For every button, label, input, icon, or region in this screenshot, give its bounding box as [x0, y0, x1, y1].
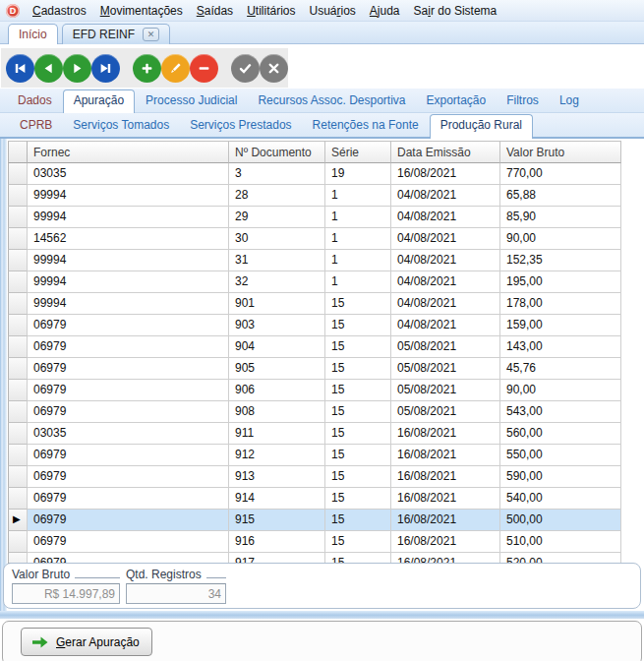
table-row[interactable]: 069799141516/08/2021540,00 [8, 488, 621, 510]
nav-first-button[interactable] [6, 54, 34, 83]
cell: 28 [229, 185, 325, 207]
qtd-registros-group: Qtd. Registros [126, 568, 226, 604]
subtab-servicos-tomados[interactable]: Serviços Tomados [63, 115, 179, 137]
table-row[interactable]: 069799041505/08/2021143,00 [8, 336, 621, 358]
cell: 540,00 [500, 488, 621, 510]
toolbar [0, 44, 644, 89]
tab-efd-reinf[interactable]: EFD REINF ✕ [62, 24, 170, 44]
cell: 913 [229, 466, 325, 488]
subtab-servicos-prestados[interactable]: Serviços Prestados [180, 115, 301, 137]
add-record-button[interactable] [133, 54, 161, 83]
column-header[interactable]: Valor Bruto [500, 141, 621, 163]
tab-label: Serviços Prestados [190, 118, 291, 132]
valor-bruto-field[interactable] [12, 583, 120, 604]
cell: 03035 [28, 163, 229, 185]
cell: 15 [325, 336, 391, 358]
table-row[interactable]: 9999432104/08/2021195,00 [8, 271, 621, 293]
table-row[interactable]: 069799161516/08/2021510,00 [8, 531, 621, 553]
menu-items: CadastrosMovimentaçõesSaídasUtilitáriosU… [26, 1, 503, 21]
confirm-button[interactable] [231, 54, 260, 83]
table-row[interactable]: 0303531916/08/2021770,00 [8, 163, 621, 185]
menu-item-sair-do-sistema[interactable]: Sair do Sistema [407, 1, 504, 21]
menu-item-cadastros[interactable]: Cadastros [26, 1, 93, 21]
column-header[interactable]: Fornec [28, 141, 229, 163]
x-icon [266, 61, 281, 76]
subtab-producao-rural[interactable]: Produção Rural [430, 114, 533, 139]
menu-item-movimentacoes[interactable]: Movimentações [93, 1, 190, 21]
table-row[interactable]: 069799051505/08/202145,76 [8, 358, 621, 380]
nav-next-icon [70, 61, 85, 76]
tab-efd-reinf-label: EFD REINF [73, 28, 135, 41]
cell: 143,00 [500, 336, 621, 358]
table-header-row: FornecNº DocumentoSérieData EmissãoValor… [8, 141, 621, 163]
tab-exportacao[interactable]: Exportação [417, 90, 497, 112]
tab-inicio[interactable]: Início [8, 24, 58, 44]
cell: 15 [325, 510, 391, 531]
qtd-registros-field[interactable] [126, 583, 226, 604]
row-indicator [8, 293, 28, 315]
selected-row-arrow-icon: ▶ [13, 512, 21, 526]
subtab-cprb[interactable]: CPRB [10, 115, 62, 137]
cell: 05/08/2021 [391, 401, 500, 423]
menu-item-saidas[interactable]: Saídas [190, 1, 240, 21]
nav-prev-button[interactable] [34, 54, 63, 83]
cell: 911 [229, 423, 325, 445]
green-arrow-icon [31, 635, 49, 649]
cell: 16/08/2021 [391, 466, 500, 488]
cell: 905 [229, 358, 325, 380]
tab-processo-judicial[interactable]: Processo Judicial [136, 90, 247, 112]
edit-record-button[interactable] [161, 54, 190, 83]
app-icon[interactable]: D [6, 4, 20, 18]
table-row[interactable]: 9999431104/08/2021152,35 [8, 250, 621, 271]
nav-last-button[interactable] [91, 54, 120, 83]
table-row[interactable]: 9999428104/08/202165,88 [8, 185, 621, 207]
table-row[interactable]: 9999429104/08/202185,90 [8, 207, 621, 228]
column-header[interactable]: Série [325, 141, 391, 163]
gerar-apuracao-label: Gerar Apuração [56, 635, 140, 649]
tab-label: Apuração [74, 93, 124, 107]
cell: 06979 [28, 531, 229, 553]
cell: 3 [229, 163, 325, 185]
cell: 30 [229, 228, 325, 250]
subtab-retencoes-na-fonte[interactable]: Retenções na Fonte [303, 115, 429, 137]
tab-filtros[interactable]: Filtros [497, 90, 549, 112]
menu-item-utilitarios[interactable]: Utilitários [240, 1, 302, 21]
column-header[interactable]: Nº Documento [229, 141, 325, 163]
close-tab-icon[interactable]: ✕ [143, 28, 159, 41]
cell: 05/08/2021 [391, 380, 500, 401]
delete-record-button[interactable] [190, 54, 218, 83]
table-row[interactable]: 069799081505/08/2021543,00 [8, 401, 621, 423]
nav-next-button[interactable] [63, 54, 91, 83]
cell: 590,00 [500, 466, 621, 488]
menu-item-ajuda[interactable]: Ajuda [363, 1, 407, 21]
table-row[interactable]: 069799061505/08/202190,00 [8, 380, 621, 401]
cell: 916 [229, 531, 325, 553]
row-indicator [8, 401, 28, 423]
tab-log[interactable]: Log [550, 90, 589, 112]
tab-dados[interactable]: Dados [8, 90, 62, 112]
table-row[interactable]: 030359111516/08/2021560,00 [8, 423, 621, 445]
cell: 1 [325, 185, 391, 207]
sub-tabs: CPRBServiços TomadosServiços PrestadosRe… [0, 113, 644, 139]
table-body: 0303531916/08/2021770,009999428104/08/20… [8, 163, 621, 564]
menu-item-usuarios[interactable]: Usuários [302, 1, 362, 21]
row-indicator [8, 423, 28, 445]
tab-recursos-assoc-desportiva[interactable]: Recursos Assoc. Desportiva [248, 90, 415, 112]
table-row[interactable]: 999949011504/08/2021178,00 [8, 293, 621, 315]
cell: 65,88 [500, 185, 621, 207]
tab-apuracao[interactable]: Apuração [63, 90, 135, 113]
column-header[interactable]: Data Emissão [391, 141, 500, 163]
table-row[interactable]: 069799131516/08/2021590,00 [8, 466, 621, 488]
cancel-button[interactable] [260, 54, 288, 83]
table-row[interactable]: 069799031504/08/2021159,00 [8, 315, 621, 336]
cell: 99994 [28, 185, 229, 207]
valor-bruto-group: Valor Bruto [12, 568, 120, 604]
table-row[interactable]: ▶069799151516/08/2021500,00 [8, 510, 621, 531]
gerar-apuracao-button[interactable]: Gerar Apuração [21, 628, 152, 656]
cell: 04/08/2021 [391, 315, 500, 336]
cell: 15 [325, 401, 391, 423]
cell: 16/08/2021 [391, 445, 500, 466]
table-row[interactable]: 1456230104/08/202190,00 [8, 228, 621, 250]
table-row[interactable]: 069799121516/08/2021550,00 [8, 445, 621, 466]
row-indicator [8, 445, 28, 466]
